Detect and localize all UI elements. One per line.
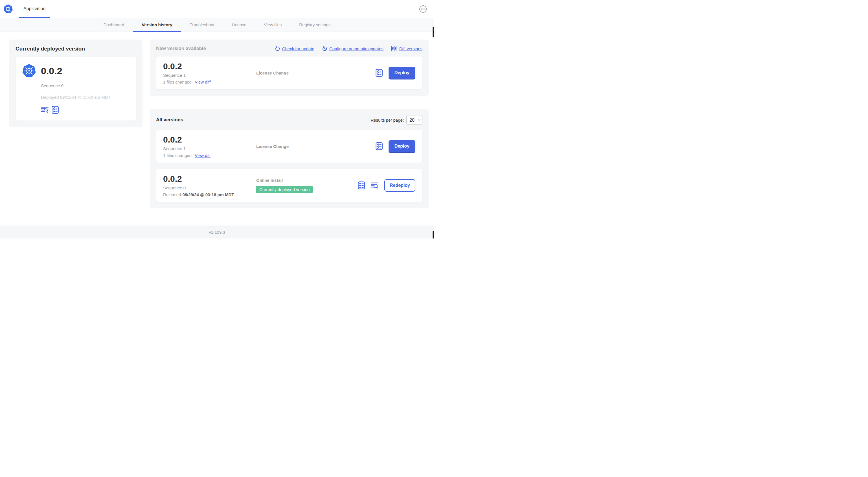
app-subnav: Dashboard Version history Troubleshoot L… — [0, 18, 434, 32]
deployed-sequence: Sequence 0 — [41, 83, 130, 88]
results-per-page-label: Results per page: — [371, 118, 404, 122]
scrollbar-thumb[interactable] — [433, 231, 434, 239]
kubernetes-icon — [3, 4, 13, 14]
version-number: 0.0.2 — [163, 62, 256, 71]
deploy-button[interactable]: Deploy — [389, 140, 415, 152]
tab-dashboard[interactable]: Dashboard — [95, 18, 133, 32]
clock-refresh-icon — [322, 46, 327, 51]
ellipsis-menu-icon[interactable] — [419, 5, 427, 13]
results-per-page-select[interactable]: 20 — [406, 115, 423, 125]
redeploy-button[interactable]: Redeploy — [384, 179, 415, 192]
all-versions-section: All versions Results per page: 20 — [150, 109, 429, 208]
view-diff-link[interactable]: View diff — [195, 153, 211, 158]
deploy-button[interactable]: Deploy — [389, 67, 415, 79]
app-footer: v1.109.3 — [0, 226, 434, 239]
checklist-icon[interactable] — [376, 69, 383, 77]
version-sequence: Sequence 1 — [163, 146, 256, 151]
new-version-row: 0.0.2 Sequence 1 1 files changed View di… — [156, 56, 423, 89]
diff-icon — [391, 46, 397, 51]
all-versions-title: All versions — [156, 117, 183, 123]
app-logo — [3, 0, 13, 18]
new-version-section: New version available Check for update — [150, 39, 429, 96]
kubernetes-icon — [22, 63, 36, 78]
tab-troubleshoot[interactable]: Troubleshoot — [181, 18, 223, 32]
deployed-version-number: 0.0.2 — [41, 65, 62, 77]
main-content: Currently deployed version 0.0.2 — [0, 32, 434, 208]
check-for-update-link[interactable]: Check for update — [275, 46, 314, 51]
new-version-title: New version available — [156, 46, 206, 51]
checklist-icon[interactable] — [358, 181, 365, 189]
deployed-timestamp: Deployed 09/11/24 @ 11:02 am MDT — [41, 95, 130, 100]
console-version: v1.109.3 — [209, 230, 225, 235]
tab-view-files[interactable]: View files — [255, 18, 290, 32]
checklist-icon[interactable] — [376, 142, 383, 150]
currently-deployed-panel: Currently deployed version 0.0.2 — [9, 39, 143, 127]
app-header: Application — [0, 0, 434, 18]
logs-icon[interactable] — [41, 107, 49, 113]
version-source: Online Install — [256, 178, 358, 183]
checklist-icon[interactable] — [52, 106, 59, 114]
version-number: 0.0.2 — [163, 135, 256, 144]
app-title: Application — [24, 6, 45, 11]
currently-deployed-title: Currently deployed version — [16, 46, 136, 52]
released-timestamp: Released08/29/24 @ 03:18 pm MDT — [163, 192, 256, 197]
version-sequence: Sequence 0 — [163, 185, 256, 190]
logs-icon[interactable] — [371, 182, 378, 189]
tab-license[interactable]: License — [223, 18, 255, 32]
tab-registry-settings[interactable]: Registry settings — [290, 18, 339, 32]
version-row: 0.0.2 Sequence 0 Released08/29/24 @ 03:1… — [156, 169, 423, 202]
refresh-icon — [275, 46, 280, 51]
scrollbar-thumb[interactable] — [433, 27, 434, 37]
version-source: License Change — [256, 70, 376, 76]
currently-deployed-badge: Currently deployed version — [256, 186, 313, 193]
tab-version-history[interactable]: Version history — [133, 18, 181, 32]
version-history-column: New version available Check for update — [150, 39, 429, 208]
files-changed: 1 files changed — [163, 80, 192, 84]
version-number: 0.0.2 — [163, 174, 256, 183]
files-changed: 1 files changed — [163, 153, 192, 158]
view-diff-link[interactable]: View diff — [195, 80, 211, 84]
app-title-tab[interactable]: Application — [19, 0, 50, 18]
version-source: License Change — [256, 144, 376, 149]
configure-automatic-updates-link[interactable]: Configure automatic updates — [322, 46, 383, 51]
diff-versions-link[interactable]: Diff versions — [391, 46, 423, 51]
currently-deployed-card: 0.0.2 Sequence 0 Deployed 09/11/24 @ 11:… — [16, 57, 136, 121]
version-row: 0.0.2 Sequence 1 1 files changed View di… — [156, 129, 423, 163]
version-sequence: Sequence 1 — [163, 73, 256, 78]
